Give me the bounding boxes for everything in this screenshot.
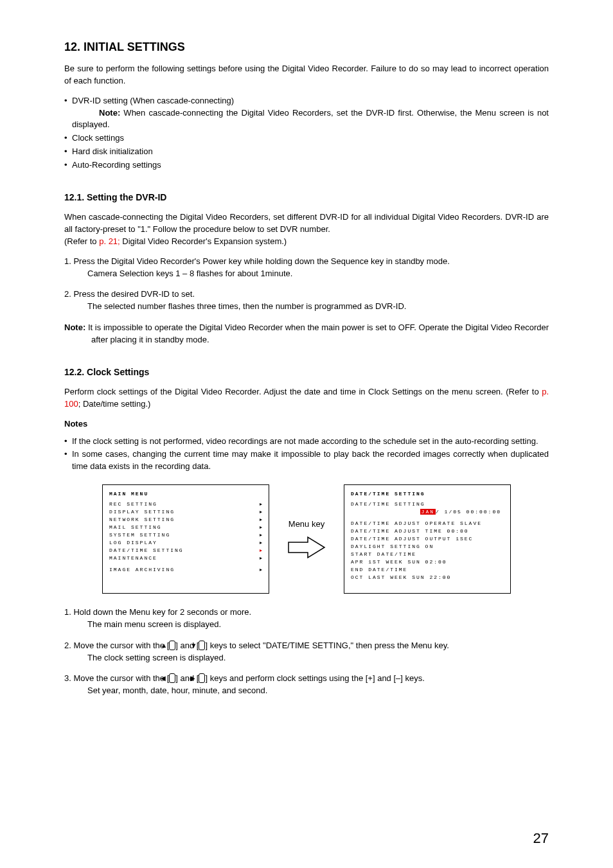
step-text: 2. Move the cursor with the [ [64,641,169,650]
steps-list: 1. Hold down the Menu key for 2 seconds … [64,607,549,697]
list-item: Clock settings [64,132,549,145]
section-intro: Be sure to perform the following setting… [64,63,549,87]
menu-item-label: NETWORK SETTING [109,516,175,524]
screen-line: START DATE/TIME [351,551,504,558]
notes-heading: Notes [64,418,549,430]
main-menu-screen: MAIN MENU REC SETTING▸ DISPLAY SETTING▸ … [102,484,269,594]
notes-list: If the clock setting is not performed, v… [64,436,549,474]
list-item: Hard disk initialization [64,146,549,158]
body-text: When cascade-connecting the Digital Vide… [64,211,549,236]
menu-arrow-icon: ▸ [260,539,262,547]
menu-arrow-icon: ▸ [260,516,262,524]
step-subtext: The clock setting screen is displayed. [76,652,549,664]
arrow-column: Menu key [287,518,326,560]
right-arrow-icon [287,535,326,560]
bullet-text: DVR-ID setting (When cascade-connecting) [72,96,234,105]
menu-item-label: MAIL SETTING [109,524,162,531]
date-time-screen: DATE/TIME SETTING DATE/TIME SETTING JAN/… [344,484,511,594]
initial-bullet-list: DVR-ID setting (When cascade-connecting)… [64,95,549,172]
menu-item-label: LOG DISPLAY [109,539,157,547]
menu-arrow-icon: ▸ [260,566,262,574]
screen-title: DATE/TIME SETTING [351,490,504,498]
step-text: 1. Hold down the Menu key for 2 seconds … [64,607,251,617]
menu-item-label: REC SETTING [109,500,157,508]
screen-line: OCT LAST WEEK SUN 22:00 [351,574,504,581]
subsection-title: 12.1. Setting the DVR-ID [64,191,549,204]
step-subtext: Set year, month, date, hour, minute, and… [76,685,549,697]
right-key-icon: ▶ [199,673,205,683]
menu-item-label: DISPLAY SETTING [109,508,175,516]
subsection-title: 12.2. Clock Settings [64,366,549,378]
highlighted-value: JAN [420,509,436,515]
menu-item-label: DATE/TIME SETTING [109,547,184,554]
list-item: 1. Hold down the Menu key for 2 seconds … [64,607,549,631]
step-text: ] and [ [175,673,199,683]
steps-list: 1. Press the Digital Video Recorder's Po… [64,256,549,313]
step-text: ] keys to select "DATE/TIME SETTING," th… [205,641,449,650]
menu-row: REC SETTING▸ [109,500,262,508]
menu-row: DISPLAY SETTING▸ [109,508,262,516]
note-text: It is impossible to operate the Digital … [85,323,549,344]
list-item: 3. Move the cursor with the [◀] and [▶] … [64,673,549,697]
menu-item-label: SYSTEM SETTING [109,531,170,539]
menu-row: SYSTEM SETTING▸ [109,531,262,539]
screen-line: APR 1ST WEEK SUN 02:00 [351,558,504,566]
list-item: 2. Move the cursor with the [▲] and [▼] … [64,640,549,664]
list-item: If the clock setting is not performed, v… [64,436,549,448]
up-key-icon: ▲ [169,641,175,650]
menu-arrow-icon: ▸ [260,500,262,508]
screen-line: DATE/TIME ADJUST OPERATE SLAVE [351,520,504,527]
text-fragment: / 1/05 00:00:00 [436,509,501,515]
screen-line: END DATE/TIME [351,566,504,574]
figures-row: MAIN MENU REC SETTING▸ DISPLAY SETTING▸ … [64,484,549,594]
menu-arrow-icon: ▸ [260,508,262,516]
step-subtext: The selected number flashes three times,… [76,301,549,313]
menu-row: LOG DISPLAY▸ [109,539,262,547]
section-title: 12. INITIAL SETTINGS [64,39,549,55]
menu-item-label: MAINTENANCE [109,554,157,562]
note-paragraph: Note: It is impossible to operate the Di… [64,322,549,346]
note-label: Note: [99,108,120,118]
screen-line: DAYLIGHT SETTING ON [351,543,504,551]
menu-arrow-selected-icon: ▸ [260,547,262,554]
menu-arrow-icon: ▸ [260,554,262,562]
step-subtext: Camera Selection keys 1 – 8 flashes for … [76,268,549,280]
text-fragment: (Refer to [64,236,99,246]
menu-item-label: IMAGE ARCHIVING [109,566,175,574]
text-fragment: Perform clock settings of the Digital Vi… [64,387,542,396]
step-subtext: The main menu screen is displayed. [76,619,549,631]
menu-arrow-icon: ▸ [260,524,262,531]
screen-title: MAIN MENU [109,490,262,498]
screen-line: JAN/ 1/05 00:00:00 [351,508,504,516]
note-text: When cascade-connecting the Digital Vide… [72,108,549,130]
menu-row: MAIL SETTING▸ [109,524,262,531]
menu-row: IMAGE ARCHIVING▸ [109,566,262,574]
menu-arrow-icon: ▸ [260,531,262,539]
screen-line: DATE/TIME ADJUST TIME 00:00 [351,527,504,535]
screen-line: DATE/TIME SETTING [351,500,504,508]
left-key-icon: ◀ [169,673,175,683]
text-fragment: Digital Video Recorder's Expansion syste… [120,236,287,246]
list-item: 2. Press the desired DVR-ID to set. The … [64,288,549,313]
screen-line: DATE/TIME ADJUST OUTPUT 1SEC [351,535,504,543]
body-text: Perform clock settings of the Digital Vi… [64,386,549,411]
menu-row: NETWORK SETTING▸ [109,516,262,524]
bullet-note: Note: When cascade-connecting the Digita… [72,108,549,130]
list-item: Auto-Recording settings [64,159,549,172]
note-label: Note: [64,323,85,332]
menu-row: MAINTENANCE▸ [109,554,262,562]
body-text: (Refer to p. 21; Digital Video Recorder'… [64,236,549,248]
list-item: In some cases, changing the current time… [64,448,549,473]
list-item: 1. Press the Digital Video Recorder's Po… [64,256,549,280]
down-key-icon: ▼ [199,641,205,650]
page-number: 27 [533,828,549,849]
step-text: 1. Press the Digital Video Recorder's Po… [64,256,450,266]
page-link[interactable]: p. 21; [99,236,120,246]
step-text: 2. Press the desired DVR-ID to set. [64,289,195,299]
arrow-label: Menu key [287,518,326,531]
step-text: 3. Move the cursor with the [ [64,673,169,683]
list-item: DVR-ID setting (When cascade-connecting)… [64,95,549,132]
menu-row: DATE/TIME SETTING▸ [109,547,262,554]
text-fragment: ; Date/time setting.) [78,399,151,409]
step-text: ] keys and perform clock settings using … [205,673,424,683]
